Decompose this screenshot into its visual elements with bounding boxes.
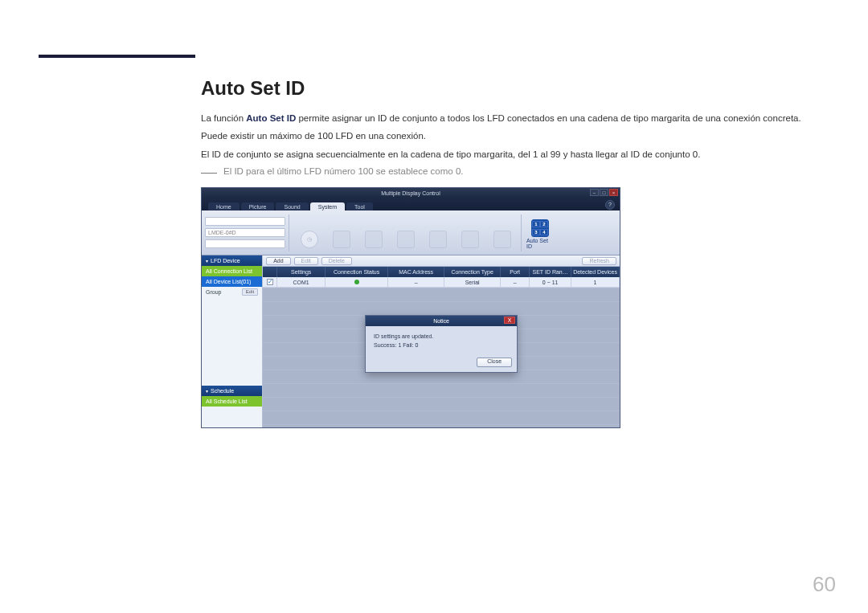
sidebar-group-edit-button[interactable]: Edit [242, 288, 258, 296]
dialog-close-x[interactable]: X [504, 317, 515, 324]
row-checkbox-cell [263, 277, 277, 288]
window-maximize-button[interactable]: □ [600, 189, 608, 196]
tile-icon [397, 231, 415, 248]
ribbon-field-2[interactable]: LMDE-0#D [205, 228, 285, 237]
row-checkbox[interactable] [267, 279, 273, 285]
mdc-app-window: Multiple Display Control – □ × Home Pict… [201, 187, 620, 428]
window-minimize-button[interactable]: – [590, 189, 599, 196]
ribbon-field-3[interactable] [205, 239, 285, 248]
holiday-icon [365, 231, 383, 248]
tab-home[interactable]: Home [208, 202, 240, 210]
dialog-close-button[interactable]: Close [477, 358, 512, 367]
note-text: El ID para el último LFD número 100 se e… [223, 166, 464, 176]
ribbon-field-1[interactable] [205, 217, 285, 226]
refresh-button[interactable]: Refresh [582, 257, 616, 265]
sidebar: LFD Device All Connection List All Devic… [202, 255, 263, 427]
paragraph-3: El ID de conjunto se asigna secuencialme… [201, 147, 836, 161]
page-number: 60 [813, 572, 836, 597]
tile-icon [493, 231, 511, 248]
tile-icon [429, 231, 447, 248]
window-close-button[interactable]: × [609, 189, 618, 196]
sidebar-item-all-device[interactable]: All Device List(01) [202, 276, 262, 287]
app-titlebar: Multiple Display Control – □ × [202, 188, 620, 198]
p1-pre: La función [201, 113, 246, 123]
main-canvas: Notice X ID settings are updated. Succes… [263, 288, 620, 427]
menu-tabs: Home Picture Sound System Tool ? [202, 198, 620, 210]
tab-sound[interactable]: Sound [276, 202, 308, 210]
tab-tool[interactable]: Tool [346, 202, 373, 210]
ribbon-icon-5[interactable] [424, 217, 452, 249]
col-connection-type: Connection Type [444, 267, 501, 277]
window-controls: – □ × [590, 189, 618, 196]
col-settings: Settings [277, 267, 326, 277]
dialog-body: ID settings are updated. Success: 1 Fail… [366, 326, 517, 354]
globe-icon [333, 231, 350, 248]
col-port: Port [501, 267, 530, 277]
ribbon-separator-2 [521, 215, 522, 251]
notice-dialog: Notice X ID settings are updated. Succes… [365, 315, 518, 373]
main-area: Add Edit Delete Refresh Settings Connect… [263, 255, 620, 427]
page-header-rule [39, 55, 195, 58]
sidebar-header-schedule[interactable]: Schedule [202, 386, 262, 396]
ribbon-icons: ◷ 1 2 3 4 Auto Set ID [289, 215, 620, 251]
dialog-footer: Close [366, 354, 517, 372]
row-mac: – [388, 277, 444, 288]
ribbon: LMDE-0#D ◷ 1 2 3 4 [202, 210, 620, 255]
ribbon-icon-6[interactable] [457, 217, 484, 249]
sidebar-item-schedule-list[interactable]: All Schedule List [202, 396, 262, 407]
status-dot-icon [354, 280, 359, 284]
paragraph-1: La función Auto Set ID permite asignar u… [201, 111, 836, 125]
p1-post: permite asignar un ID de conjunto a todo… [296, 113, 800, 123]
dialog-titlebar: Notice X [366, 316, 517, 326]
sidebar-group-label: Group [206, 289, 221, 295]
app-body: LFD Device All Connection List All Devic… [202, 255, 620, 427]
table-header: Settings Connection Status MAC Address C… [263, 267, 620, 277]
row-range: 0 ~ 11 [530, 277, 571, 288]
col-mac: MAC Address [388, 267, 444, 277]
p1-bold: Auto Set ID [246, 113, 296, 123]
row-settings: COM1 [277, 277, 326, 288]
tab-picture[interactable]: Picture [241, 202, 275, 210]
help-button[interactable]: ? [605, 200, 615, 210]
ribbon-auto-set-id[interactable]: 1 2 3 4 Auto Set ID [526, 217, 554, 249]
col-connection-status: Connection Status [326, 267, 388, 277]
paragraph-2: Puede existir un máximo de 100 LFD en un… [201, 129, 836, 143]
table-row[interactable]: COM1 – Serial – 0 ~ 11 1 [263, 277, 620, 288]
sidebar-fill-1 [202, 297, 262, 386]
tile-icon [461, 231, 479, 248]
page-content: Auto Set ID La función Auto Set ID permi… [201, 77, 836, 428]
ribbon-icon-3[interactable] [360, 217, 387, 249]
delete-button[interactable]: Delete [321, 257, 352, 265]
note-dash-icon [201, 173, 217, 174]
sidebar-item-group[interactable]: Group Edit [202, 287, 262, 297]
row-port: – [501, 277, 530, 288]
edit-button[interactable]: Edit [294, 257, 318, 265]
sidebar-item-all-connection[interactable]: All Connection List [202, 266, 262, 276]
sidebar-fill-2 [202, 407, 262, 427]
auto-set-id-label: Auto Set ID [526, 238, 554, 249]
ribbon-icon-4[interactable] [392, 217, 420, 249]
tab-system[interactable]: System [310, 202, 345, 210]
note-row: El ID para el último LFD número 100 se e… [201, 166, 836, 176]
col-detected: Detected Devices [571, 267, 620, 277]
dialog-line-2: Success: 1 Fail: 0 [374, 341, 509, 350]
dialog-title: Notice [433, 318, 449, 324]
app-title: Multiple Display Control [381, 190, 440, 196]
col-checkbox [263, 267, 277, 277]
dialog-line-1: ID settings are updated. [374, 333, 509, 341]
sidebar-header-lfd[interactable]: LFD Device [202, 255, 262, 266]
row-type: Serial [444, 277, 501, 288]
page-heading: Auto Set ID [201, 77, 836, 100]
ribbon-icon-7[interactable] [489, 217, 516, 249]
add-button[interactable]: Add [266, 257, 290, 265]
row-detected: 1 [571, 277, 620, 288]
ribbon-icon-2[interactable] [328, 217, 355, 249]
col-setid-range: SET ID Ran… [530, 267, 571, 277]
auto-set-id-icon: 1 2 3 4 [531, 219, 549, 237]
clock-icon: ◷ [301, 231, 318, 248]
ribbon-left-fields: LMDE-0#D [202, 214, 289, 251]
row-status [326, 277, 388, 288]
ribbon-icon-clock[interactable]: ◷ [296, 217, 323, 249]
main-toolbar: Add Edit Delete Refresh [263, 255, 620, 267]
